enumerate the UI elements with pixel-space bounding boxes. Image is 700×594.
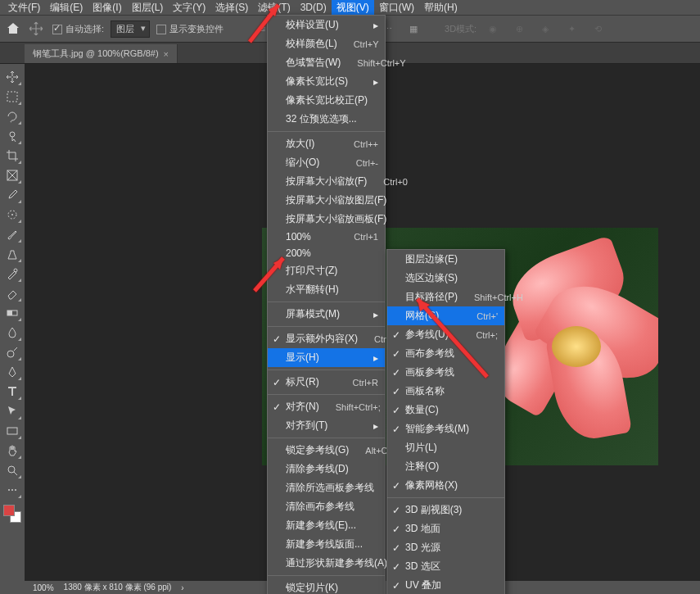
menu-item[interactable]: ✓标尺(R)Ctrl+R [268,373,385,392]
menu-item[interactable]: 视图(V) [332,0,374,16]
3d-icon: ◈ [538,21,553,36]
menu-item[interactable]: 帮助(H) [419,0,463,16]
svg-rect-9 [7,428,17,434]
menu-item[interactable]: 图层边缘(E) [387,250,504,269]
menu-item[interactable]: ✓数量(C) [387,401,504,419]
menu-item[interactable]: 新建参考线版面... [268,535,385,554]
menu-item[interactable]: 对齐到(T)▸ [268,416,385,435]
tool-panel [0,64,25,581]
menu-item[interactable]: 切片(L) [387,438,504,457]
menu-item[interactable]: 像素长宽比校正(P) [268,91,385,110]
move-tool[interactable] [2,68,22,86]
menu-item[interactable]: ✓3D 地面 [387,519,504,538]
3d-icon: ✦ [564,21,579,36]
clone-tool[interactable] [2,245,22,263]
menu-item[interactable]: 清除画布参考线 [268,497,385,516]
menu-item[interactable]: ✓智能参考线(M) [387,419,504,438]
rect-marquee-tool[interactable] [2,88,22,106]
menu-item[interactable]: 文件(F) [3,0,45,16]
menu-item[interactable]: ✓UV 叠加 [387,576,504,594]
menu-item[interactable]: 打印尺寸(Z) [268,261,385,280]
menu-item[interactable]: ✓参考线(U)Ctrl+; [387,325,504,344]
zoom-tool[interactable] [2,461,22,479]
tab-title: 钢笔工具.jpg @ 100%(RGB/8#) [33,48,159,60]
rectangle-tool[interactable] [2,422,22,440]
menu-item[interactable]: 图像(I) [88,0,126,16]
menu-item[interactable]: 滤镜(T) [253,0,295,16]
menu-item[interactable]: 文字(Y) [168,0,210,16]
menu-item[interactable]: 水平翻转(H) [268,280,385,299]
menu-item[interactable]: ✓显示额外内容(X)Ctrl+H [268,329,385,348]
history-brush-tool[interactable] [2,265,22,283]
menu-item[interactable]: 显示(H)▸ [268,348,385,367]
type-tool[interactable] [2,383,22,401]
menu-item[interactable]: ✓画板名称 [387,382,504,401]
menu-item[interactable]: 网格(G)Ctrl+' [387,306,504,325]
frame-tool[interactable] [2,166,22,184]
menu-item[interactable]: 目标路径(P)Shift+Ctrl+H [387,288,504,306]
menu-item[interactable]: 锁定参考线(G)Alt+Ctrl+; [268,441,385,460]
svg-rect-0 [7,92,17,102]
auto-select-checkbox[interactable]: 自动选择: [52,23,104,35]
menu-item[interactable]: 像素长宽比(S)▸ [268,72,385,91]
menu-item[interactable]: 校样颜色(L)Ctrl+Y [268,34,385,53]
menu-item[interactable]: 3D(D) [296,0,332,15]
menu-item[interactable]: 新建参考线(E)... [268,516,385,535]
close-tab-icon[interactable]: × [164,49,169,59]
menu-item[interactable]: 选择(S) [210,0,253,16]
document-tab[interactable]: 钢笔工具.jpg @ 100%(RGB/8#) × [25,44,178,63]
menu-item[interactable]: 按屏幕大小缩放(F)Ctrl+0 [268,172,385,191]
menu-item[interactable]: 清除参考线(D) [268,460,385,478]
quick-select-tool[interactable] [2,127,22,145]
menu-item[interactable]: 通过形状新建参考线(A) [268,554,385,573]
menu-item[interactable]: 注释(O) [387,457,504,476]
menu-item[interactable]: 选区边缘(S) [387,269,504,288]
menu-item[interactable]: 按屏幕大小缩放画板(F) [268,210,385,229]
zoom-level[interactable]: 100% [33,583,54,592]
menu-item[interactable]: 放大(I)Ctrl++ [268,134,385,153]
menu-item[interactable]: 按屏幕大小缩放图层(F) [268,191,385,210]
menu-item[interactable]: 屏幕模式(M)▸ [268,305,385,324]
menu-item[interactable]: 锁定切片(K) [268,578,385,594]
menu-item[interactable]: ✓画板参考线 [387,363,504,382]
show-submenu[interactable]: 图层边缘(E)选区边缘(S)目标路径(P)Shift+Ctrl+H网格(G)Ct… [386,249,505,594]
menu-item[interactable]: 32 位预览选项... [268,110,385,129]
home-icon[interactable] [7,22,20,35]
menu-item[interactable]: 200% [268,245,385,261]
menu-item[interactable]: 窗口(W) [374,0,419,16]
svg-point-10 [8,466,15,473]
menu-item[interactable]: 100%Ctrl+1 [268,229,385,245]
menu-item[interactable]: ✓画布参考线 [387,344,504,363]
eyedropper-tool[interactable] [2,186,22,204]
view-menu[interactable]: 校样设置(U)▸校样颜色(L)Ctrl+Y色域警告(W)Shift+Ctrl+Y… [267,15,386,594]
menu-item[interactable]: 图层(L) [127,0,169,16]
chevron-right-icon[interactable]: › [181,583,183,592]
crop-tool[interactable] [2,147,22,165]
dodge-tool[interactable] [2,343,22,361]
eraser-tool[interactable] [2,284,22,302]
menu-item[interactable]: ✓像素网格(X) [387,476,504,495]
menu-item[interactable]: 清除所选画板参考线 [268,478,385,497]
layer-dropdown[interactable]: 图层 [111,20,150,38]
menu-item[interactable]: 色域警告(W)Shift+Ctrl+Y [268,53,385,72]
menu-item[interactable]: 校样设置(U)▸ [268,16,385,34]
spot-heal-tool[interactable] [2,206,22,224]
menu-item[interactable]: 缩小(O)Ctrl+- [268,153,385,172]
edit-toolbar-tool[interactable] [2,481,22,499]
show-transform-checkbox[interactable]: 显示变换控件 [156,23,224,35]
hand-tool[interactable] [2,442,22,460]
brush-tool[interactable] [2,225,22,243]
lasso-tool[interactable] [2,107,22,125]
menu-item[interactable]: 编辑(E) [45,0,88,16]
menu-item[interactable]: ✓3D 选区 [387,557,504,576]
blur-tool[interactable] [2,324,22,342]
path-select-tool[interactable] [2,402,22,420]
3d-orbit-icon: ◉ [485,21,500,36]
gradient-tool[interactable] [2,304,22,322]
menu-item[interactable]: ✓3D 光源 [387,538,504,557]
menu-item[interactable]: ✓3D 副视图(3) [387,501,504,519]
color-swatch[interactable] [3,505,21,523]
menu-item[interactable]: ✓对齐(N)Shift+Ctrl+; [268,397,385,416]
overlap-icon[interactable]: ▦ [406,21,421,36]
pen-tool[interactable] [2,363,22,381]
